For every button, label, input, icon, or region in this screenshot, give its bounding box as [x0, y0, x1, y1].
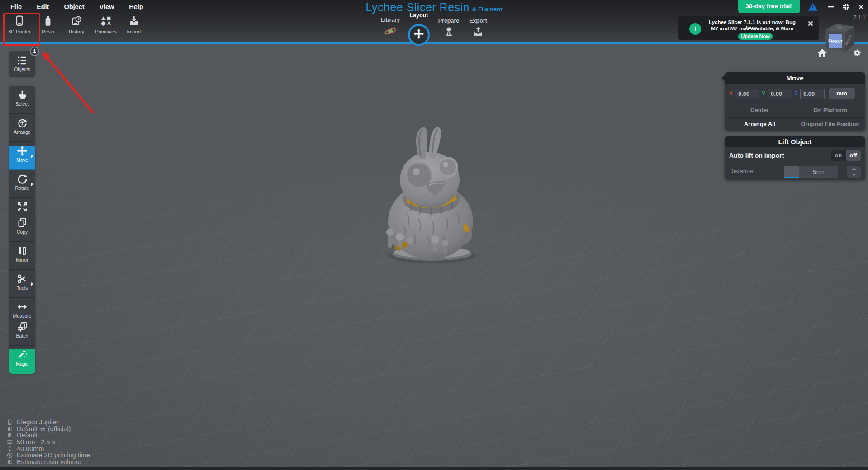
- printer-icon: [5, 419, 14, 425]
- status-color-profile: Default: [5, 432, 90, 439]
- resin-bottle-icon: [39, 15, 57, 27]
- palette-icon: [5, 432, 14, 438]
- tool-rotate[interactable]: Rotate: [9, 174, 35, 198]
- axis-x-input[interactable]: 0.00: [735, 89, 759, 99]
- primitives-button[interactable]: A Primitives: [93, 15, 119, 34]
- measure-arrows-icon: [9, 301, 35, 312]
- printer-icon: [6, 15, 33, 27]
- update-notification: i Lychee Slicer 7.1.1 is out now: Bug fi…: [678, 16, 819, 40]
- 3d-viewport[interactable]: [0, 0, 868, 470]
- auto-lift-toggle[interactable]: on off: [831, 150, 861, 161]
- restore-button[interactable]: [841, 2, 851, 11]
- tool-mirror[interactable]: Mirror: [9, 245, 35, 270]
- estimate-print-time-link[interactable]: Estimate 3D printing time: [17, 451, 90, 459]
- menu-view[interactable]: View: [98, 2, 116, 11]
- tool-select[interactable]: Select: [9, 89, 35, 114]
- resin-button-label: Resin: [39, 29, 57, 34]
- menu-bar: File Edit Object View Help: [9, 2, 145, 11]
- library-planet-icon: [376, 25, 405, 37]
- menu-help[interactable]: Help: [128, 2, 144, 11]
- submenu-arrow-icon: [31, 155, 33, 158]
- tab-library[interactable]: Library: [376, 17, 405, 37]
- status-resin-profile: Default (official): [5, 426, 90, 432]
- center-button[interactable]: Center: [725, 103, 795, 117]
- axis-z-input[interactable]: 0.00: [800, 89, 825, 99]
- import-button-label: Import: [123, 29, 145, 34]
- history-button[interactable]: History: [65, 15, 88, 34]
- crown-icon: [40, 426, 46, 431]
- distance-value: 5: [813, 169, 816, 175]
- update-now-button[interactable]: Update Now: [738, 33, 773, 40]
- notification-line2: M7 and M7 max available, & More: [705, 26, 800, 31]
- import-icon: [123, 15, 145, 27]
- layers-icon: [5, 440, 14, 445]
- distance-input[interactable]: 5mm: [784, 166, 838, 178]
- toggle-off-option[interactable]: off: [846, 150, 861, 161]
- axis-y-input[interactable]: 0.00: [768, 89, 792, 99]
- menu-edit[interactable]: Edit: [35, 2, 50, 11]
- tool-magic[interactable]: Magic: [9, 349, 35, 374]
- menu-object[interactable]: Object: [62, 2, 85, 11]
- status-summary: Elegoo Jupiter Default (official) Defaul…: [5, 419, 90, 465]
- lift-panel-title: Lift Object: [725, 136, 865, 147]
- printer-button[interactable]: 3D Printer: [6, 15, 33, 34]
- panel-notch: [721, 75, 725, 81]
- submenu-arrow-icon: [31, 183, 33, 186]
- auto-lift-label: Auto lift on import: [729, 152, 784, 159]
- prepare-supports-icon: [434, 26, 463, 38]
- height-arrows-icon: [5, 446, 14, 451]
- status-height: 40.00mm: [5, 445, 90, 452]
- tab-layout[interactable]: Layout: [404, 12, 433, 19]
- status-printer: Elegoo Jupiter: [5, 419, 90, 426]
- batch-tool-group: Batch Magic: [9, 318, 35, 374]
- free-trial-button[interactable]: 30-day free trial!: [738, 0, 800, 13]
- submenu-arrow-icon: [31, 282, 33, 286]
- app-title-suffix: & Filament: [472, 6, 502, 13]
- tool-tools[interactable]: Tools: [9, 273, 35, 298]
- axis-x-label: X: [729, 90, 733, 97]
- arrange-all-button[interactable]: Arrange All: [725, 118, 795, 131]
- distance-unit: mm: [816, 169, 824, 175]
- info-icon: i: [689, 23, 701, 35]
- history-icon: [65, 15, 88, 27]
- minimize-button[interactable]: [826, 2, 836, 11]
- select-hand-icon: [9, 89, 35, 100]
- tab-layout-active-circle[interactable]: [408, 24, 430, 46]
- app-title-main: Lychee Slicer Resin: [366, 1, 470, 14]
- import-button[interactable]: Import: [123, 15, 145, 34]
- tool-move[interactable]: Move: [9, 146, 35, 170]
- resin-drop-icon: [5, 426, 14, 432]
- svg-text:A: A: [107, 20, 111, 27]
- objects-button-label: Objects: [9, 66, 35, 72]
- magic-wand-icon: [9, 349, 35, 360]
- model-chicken-figurine[interactable]: [375, 113, 484, 267]
- tab-prepare[interactable]: Prepare: [434, 18, 463, 38]
- view-cube[interactable]: TOP FRONT RIGHT: [821, 18, 857, 59]
- tab-export[interactable]: Export: [464, 18, 493, 38]
- notification-close-icon[interactable]: [808, 20, 813, 28]
- stepper-up-icon[interactable]: [847, 166, 861, 172]
- copy-icon: [9, 217, 35, 228]
- edit-tool-group: Copy Mirror Tools Measure: [9, 214, 35, 326]
- distance-scrub-handle[interactable]: [784, 166, 799, 178]
- objects-count-badge: 1: [30, 47, 39, 56]
- original-file-position-button[interactable]: Original File Position: [795, 118, 865, 131]
- tool-arrange[interactable]: Arrange: [9, 118, 35, 142]
- estimate-resin-volume-link[interactable]: Estimate resin volume: [17, 458, 81, 465]
- auto-lift-row: Auto lift on import on off: [725, 147, 865, 164]
- on-platform-button[interactable]: On Platform: [795, 103, 865, 117]
- distance-stepper[interactable]: [847, 166, 861, 178]
- tool-copy[interactable]: Copy: [9, 217, 35, 242]
- warning-icon[interactable]: [808, 2, 818, 11]
- status-estimate-time: Estimate 3D printing time: [5, 452, 90, 459]
- close-window-icon[interactable]: [856, 2, 866, 11]
- menu-file[interactable]: File: [9, 2, 23, 11]
- toggle-on-option[interactable]: on: [831, 150, 846, 161]
- mirror-icon: [9, 245, 35, 256]
- unit-mm-button[interactable]: mm: [829, 88, 855, 99]
- batch-gears-icon: [9, 321, 35, 332]
- resin-button[interactable]: Resin: [39, 15, 57, 34]
- stepper-down-icon[interactable]: [847, 172, 861, 178]
- lift-object-panel: Lift Object Auto lift on import on off D…: [725, 136, 865, 180]
- tool-batch[interactable]: Batch: [9, 321, 35, 346]
